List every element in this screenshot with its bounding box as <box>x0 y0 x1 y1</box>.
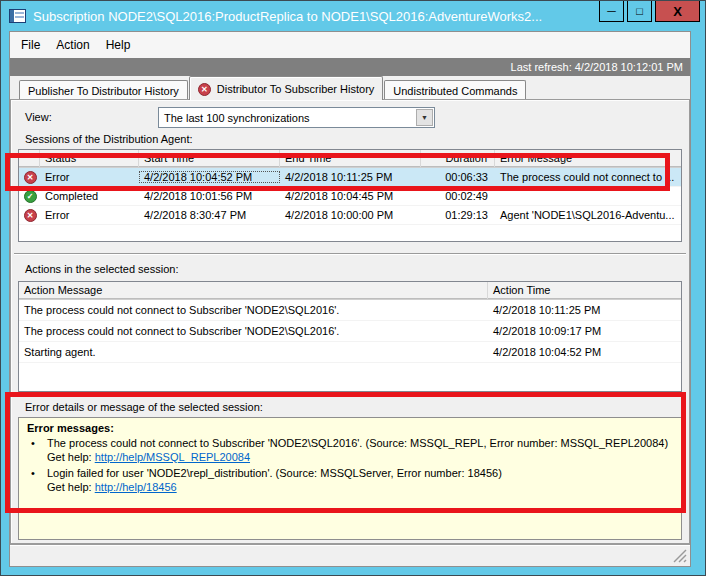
error-message-text: Login failed for user 'NODE2\repl_distri… <box>47 466 502 494</box>
session-start-time: 4/2/2018 10:04:52 PM <box>139 171 280 183</box>
close-button[interactable]: X <box>655 1 700 22</box>
error-status-icon: ✕ <box>24 171 37 184</box>
actions-table-header: Action Message Action Time <box>19 282 681 300</box>
menu-help[interactable]: Help <box>98 35 139 55</box>
session-end-time: 4/2/2018 10:00:00 PM <box>280 209 421 221</box>
error-status-icon: ✕ <box>24 209 37 222</box>
error-message-item: • Login failed for user 'NODE2\repl_dist… <box>27 466 673 494</box>
tab-error-icon: ✕ <box>198 83 211 96</box>
session-end-time: 4/2/2018 10:11:25 PM <box>280 171 421 183</box>
column-header-action-message[interactable]: Action Message <box>19 282 488 299</box>
session-status: Completed <box>40 190 139 202</box>
column-header-end-time[interactable]: End Time <box>280 150 421 167</box>
session-start-time: 4/2/2018 10:01:56 PM <box>139 190 280 202</box>
session-duration: 00:06:33 <box>421 171 495 183</box>
error-details-label: Error details or message of the selected… <box>25 401 263 413</box>
view-dropdown-value: The last 100 synchronizations <box>159 112 415 124</box>
session-status: Error <box>40 171 139 183</box>
action-row[interactable]: The process could not connect to Subscri… <box>19 321 681 342</box>
session-error-message: Agent 'NODE1\SQL2016-Adventu... <box>495 209 681 221</box>
error-message-line: The process could not connect to Subscri… <box>47 437 668 449</box>
session-duration: 00:02:49 <box>421 190 495 202</box>
error-messages-heading: Error messages: <box>27 422 673 434</box>
session-row-error[interactable]: ✕ Error 4/2/2018 8:30:47 PM 4/2/2018 10:… <box>19 206 681 225</box>
column-header-status-icon[interactable] <box>19 150 40 167</box>
minimize-button[interactable]: ─ <box>599 1 624 22</box>
error-message-item: • The process could not connect to Subsc… <box>27 436 673 464</box>
get-help-prefix: Get help: <box>47 451 95 463</box>
sessions-label: Sessions of the Distribution Agent: <box>25 133 193 145</box>
session-row-error-selected[interactable]: ✕ Error 4/2/2018 10:04:52 PM 4/2/2018 10… <box>19 168 681 187</box>
action-message: Starting agent. <box>19 346 488 358</box>
column-header-status[interactable]: Status <box>40 150 139 167</box>
menu-bar: File Action Help <box>10 32 690 58</box>
last-refresh-text: Last refresh: 4/2/2018 10:12:01 PM <box>511 61 683 73</box>
tab-label: Distributor To Subscriber History <box>217 83 375 95</box>
tab-undistributed-commands[interactable]: Undistributed Commands <box>384 80 526 100</box>
menu-action[interactable]: Action <box>48 35 97 55</box>
app-frame: File Action Help Last refresh: 4/2/2018 … <box>9 31 691 567</box>
session-row-completed[interactable]: ✓ Completed 4/2/2018 10:01:56 PM 4/2/201… <box>19 187 681 206</box>
tab-strip: Publisher To Distributor History ✕ Distr… <box>10 76 690 100</box>
title-bar[interactable]: Subscription NODE2\SQL2016:ProductReplic… <box>1 1 705 31</box>
tab-label: Publisher To Distributor History <box>28 85 179 97</box>
view-dropdown[interactable]: The last 100 synchronizations ▼ <box>158 107 435 128</box>
help-link[interactable]: http://help/18456 <box>95 481 177 493</box>
action-message: The process could not connect to Subscri… <box>19 304 488 316</box>
chevron-down-icon[interactable]: ▼ <box>416 109 433 126</box>
maximize-button[interactable]: □ <box>627 1 652 22</box>
error-message-line: Login failed for user 'NODE2\repl_distri… <box>47 467 502 479</box>
column-header-error-message[interactable]: Error Message <box>495 150 681 167</box>
section-separator <box>14 253 686 255</box>
sessions-table-header: Status Start Time End Time Duration Erro… <box>19 150 681 168</box>
column-header-action-time[interactable]: Action Time <box>488 282 681 299</box>
last-refresh-bar: Last refresh: 4/2/2018 10:12:01 PM <box>10 58 690 76</box>
view-label: View: <box>25 111 52 123</box>
session-start-time: 4/2/2018 8:30:47 PM <box>139 209 280 221</box>
action-time: 4/2/2018 10:11:25 PM <box>488 304 681 316</box>
resize-grip-icon[interactable] <box>673 549 687 563</box>
menu-file[interactable]: File <box>13 35 48 55</box>
session-end-time: 4/2/2018 10:04:45 PM <box>280 190 421 202</box>
actions-table: Action Message Action Time The process c… <box>18 281 682 392</box>
window-title: Subscription NODE2\SQL2016:ProductReplic… <box>33 8 542 24</box>
bullet-icon: • <box>27 436 47 464</box>
help-link[interactable]: http://help/MSSQL_REPL20084 <box>95 451 250 463</box>
replication-monitor-window: Subscription NODE2\SQL2016:ProductReplic… <box>0 0 706 576</box>
get-help-prefix: Get help: <box>47 481 95 493</box>
completed-status-icon: ✓ <box>24 190 37 203</box>
session-status: Error <box>40 209 139 221</box>
session-error-message: The process could not connect to ... <box>495 171 681 183</box>
action-time: 4/2/2018 10:04:52 PM <box>488 346 681 358</box>
bullet-icon: • <box>27 466 47 494</box>
actions-label: Actions in the selected session: <box>25 263 178 275</box>
action-row[interactable]: Starting agent. 4/2/2018 10:04:52 PM <box>19 342 681 363</box>
application-icon <box>9 9 26 23</box>
status-bar <box>10 544 690 566</box>
error-details-box: Error messages: • The process could not … <box>18 417 682 540</box>
session-duration: 01:29:13 <box>421 209 495 221</box>
tab-publisher-to-distributor[interactable]: Publisher To Distributor History <box>19 80 188 100</box>
action-row[interactable]: The process could not connect to Subscri… <box>19 300 681 321</box>
tab-distributor-to-subscriber[interactable]: ✕ Distributor To Subscriber History <box>189 76 384 100</box>
tab-label: Undistributed Commands <box>393 85 517 97</box>
tab-page: View: The last 100 synchronizations ▼ Se… <box>10 99 690 544</box>
error-message-text: The process could not connect to Subscri… <box>47 436 668 464</box>
column-header-duration[interactable]: Duration <box>421 150 495 167</box>
action-message: The process could not connect to Subscri… <box>19 325 488 337</box>
sessions-table: Status Start Time End Time Duration Erro… <box>18 149 682 242</box>
action-time: 4/2/2018 10:09:17 PM <box>488 325 681 337</box>
column-header-start-time[interactable]: Start Time <box>139 150 280 167</box>
